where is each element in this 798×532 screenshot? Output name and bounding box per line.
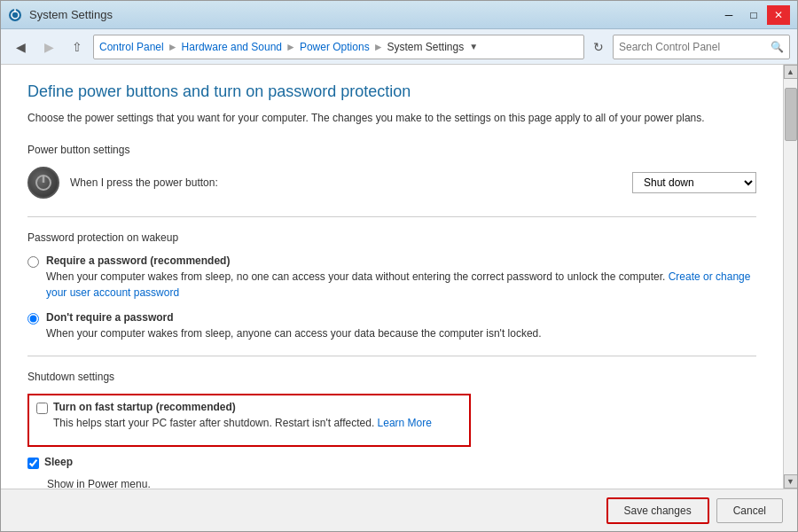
fast-startup-checkbox[interactable] xyxy=(36,403,48,414)
breadcrumb-current: System Settings xyxy=(387,41,465,53)
search-icon: 🔍 xyxy=(771,41,784,53)
power-button-section-title: Power button settings xyxy=(27,144,756,156)
shutdown-section-title: Shutdown settings xyxy=(27,371,756,383)
breadcrumb-control-panel[interactable]: Control Panel xyxy=(99,41,164,53)
save-changes-button[interactable]: Save changes xyxy=(606,497,709,524)
window-title: System Settings xyxy=(29,8,113,21)
create-password-link[interactable]: Create or change your user account passw… xyxy=(46,270,750,299)
page-description: Choose the power settings that you want … xyxy=(27,110,756,126)
fast-startup-option: Turn on fast startup (recommended) This … xyxy=(36,401,462,431)
window-icon xyxy=(8,8,22,22)
sleep-sublabel: Show in Power menu. xyxy=(47,478,756,489)
breadcrumb: Control Panel ► Hardware and Sound ► Pow… xyxy=(93,35,584,59)
scroll-track xyxy=(784,79,797,474)
power-button-label: When I press the power button: xyxy=(70,176,622,189)
fast-startup-desc: This helps start your PC faster after sh… xyxy=(53,415,432,431)
up-button[interactable]: ⇧ xyxy=(65,35,90,59)
no-password-radio[interactable] xyxy=(27,313,39,325)
power-icon xyxy=(27,167,59,199)
require-password-desc: When your computer wakes from sleep, no … xyxy=(46,269,756,301)
breadcrumb-power-options[interactable]: Power Options xyxy=(300,41,370,53)
sleep-item: Sleep Show in Power menu. xyxy=(27,456,756,489)
nav-bar: ◀ ▶ ⇧ Control Panel ► Hardware and Sound… xyxy=(1,29,797,65)
divider-2 xyxy=(27,356,756,356)
sleep-checkbox[interactable] xyxy=(27,458,39,469)
power-button-row: When I press the power button: Shut down… xyxy=(27,167,756,199)
fast-startup-label: Turn on fast startup (recommended) xyxy=(53,401,432,413)
forward-button[interactable]: ▶ xyxy=(36,35,61,59)
require-password-option: Require a password (recommended) When yo… xyxy=(27,254,756,301)
cancel-button[interactable]: Cancel xyxy=(716,498,783,523)
search-input[interactable] xyxy=(619,41,771,53)
maximize-button[interactable]: □ xyxy=(742,5,765,25)
main-content: Define power buttons and turn on passwor… xyxy=(1,65,783,489)
window: System Settings ─ □ ✕ ◀ ▶ ⇧ Control Pane… xyxy=(0,0,798,532)
sleep-label: Sleep xyxy=(44,456,73,468)
breadcrumb-dropdown[interactable]: ▼ xyxy=(469,42,478,51)
fast-startup-learn-more[interactable]: Learn More xyxy=(378,417,432,429)
page-title: Define power buttons and turn on passwor… xyxy=(27,82,756,101)
footer: Save changes Cancel xyxy=(1,489,797,531)
divider-1 xyxy=(27,216,756,217)
password-section-title: Password protection on wakeup xyxy=(27,231,756,244)
require-password-radio[interactable] xyxy=(27,256,39,268)
no-password-label: Don't require a password xyxy=(46,311,542,324)
scroll-up-button[interactable]: ▲ xyxy=(784,65,798,79)
search-box: 🔍 xyxy=(613,35,790,59)
content-area: Define power buttons and turn on passwor… xyxy=(1,65,797,489)
power-action-dropdown[interactable]: Shut down Sleep Hibernate Turn off the d… xyxy=(632,172,756,193)
back-button[interactable]: ◀ xyxy=(8,35,33,59)
minimize-button[interactable]: ─ xyxy=(717,5,740,25)
fast-startup-box: Turn on fast startup (recommended) This … xyxy=(27,394,471,447)
scroll-thumb[interactable] xyxy=(785,88,797,141)
require-password-label: Require a password (recommended) xyxy=(46,254,756,267)
no-password-desc: When your computer wakes from sleep, any… xyxy=(46,325,542,341)
scrollbar: ▲ ▼ xyxy=(783,65,797,489)
title-bar: System Settings ─ □ ✕ xyxy=(1,1,797,29)
no-password-option: Don't require a password When your compu… xyxy=(27,311,756,341)
scroll-down-button[interactable]: ▼ xyxy=(784,474,798,489)
close-button[interactable]: ✕ xyxy=(767,5,790,25)
refresh-button[interactable]: ↻ xyxy=(588,36,609,58)
breadcrumb-hardware-sound[interactable]: Hardware and Sound xyxy=(182,41,282,53)
